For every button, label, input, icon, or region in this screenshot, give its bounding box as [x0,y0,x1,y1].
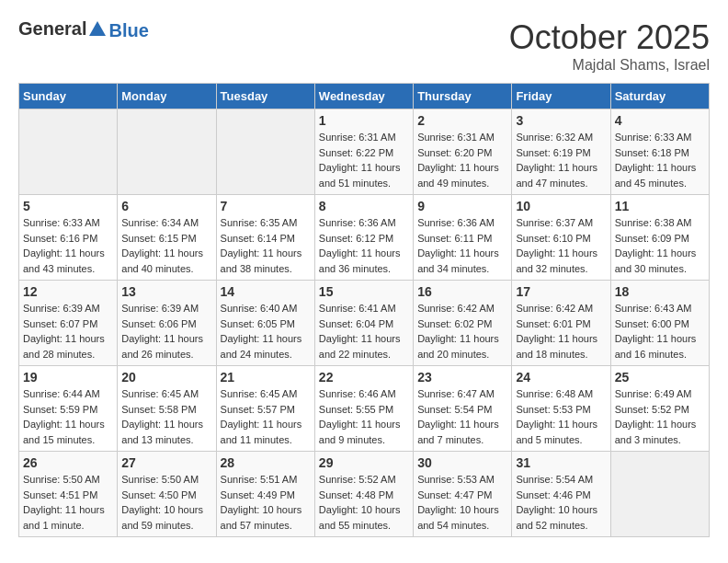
day-number: 6 [121,199,211,213]
logo-text-general: General [18,18,86,39]
day-number: 4 [615,113,705,128]
day-info: Sunrise: 6:46 AM Sunset: 5:55 PM Dayligh… [319,386,409,447]
day-info: Sunrise: 6:35 AM Sunset: 6:14 PM Dayligh… [221,215,311,276]
day-number: 1 [319,113,409,128]
page-header: General Blue October 2025 Majdal Shams, … [18,18,710,74]
day-info: Sunrise: 6:34 AM Sunset: 6:15 PM Dayligh… [121,215,211,276]
day-number: 16 [417,284,507,299]
day-of-week-header: Friday [512,84,610,109]
calendar-cell: 6Sunrise: 6:34 AM Sunset: 6:15 PM Daylig… [118,195,216,281]
location-title: Majdal Shams, Israel [509,57,710,74]
day-info: Sunrise: 6:42 AM Sunset: 6:01 PM Dayligh… [516,301,606,362]
day-info: Sunrise: 6:33 AM Sunset: 6:18 PM Dayligh… [615,130,705,190]
day-number: 27 [121,455,211,470]
day-number: 15 [319,284,409,299]
day-info: Sunrise: 6:45 AM Sunset: 5:57 PM Dayligh… [221,386,311,447]
day-number: 31 [516,455,606,470]
day-number: 12 [23,284,113,299]
day-info: Sunrise: 6:45 AM Sunset: 5:58 PM Dayligh… [121,386,211,447]
day-info: Sunrise: 6:32 AM Sunset: 6:19 PM Dayligh… [516,130,606,190]
day-info: Sunrise: 5:54 AM Sunset: 4:46 PM Dayligh… [516,472,606,533]
calendar-cell: 8Sunrise: 6:36 AM Sunset: 6:12 PM Daylig… [314,195,413,281]
day-info: Sunrise: 6:39 AM Sunset: 6:06 PM Dayligh… [121,301,211,362]
logo-general-text: General [18,18,108,43]
day-number: 5 [23,199,113,213]
calendar-cell: 10Sunrise: 6:37 AM Sunset: 6:10 PM Dayli… [512,195,610,281]
calendar-cell: 20Sunrise: 6:45 AM Sunset: 5:58 PM Dayli… [118,366,216,452]
svg-marker-0 [89,21,106,36]
day-of-week-header: Wednesday [314,84,413,109]
day-number: 28 [221,455,311,470]
day-of-week-header: Thursday [414,84,512,109]
day-info: Sunrise: 5:52 AM Sunset: 4:48 PM Dayligh… [319,472,409,533]
day-info: Sunrise: 6:39 AM Sunset: 6:07 PM Dayligh… [23,301,113,362]
calendar-cell: 31Sunrise: 5:54 AM Sunset: 4:46 PM Dayli… [512,452,610,537]
day-number: 3 [516,113,606,128]
logo-blue-text: Blue [108,20,148,41]
day-number: 18 [615,284,705,299]
day-number: 14 [221,284,311,299]
calendar-cell: 11Sunrise: 6:38 AM Sunset: 6:09 PM Dayli… [610,195,709,281]
day-info: Sunrise: 6:38 AM Sunset: 6:09 PM Dayligh… [615,215,705,276]
title-block: October 2025 Majdal Shams, Israel [509,18,710,74]
logo-icon [87,19,108,43]
day-number: 22 [319,370,409,385]
day-info: Sunrise: 6:40 AM Sunset: 6:05 PM Dayligh… [221,301,311,362]
calendar-cell: 17Sunrise: 6:42 AM Sunset: 6:01 PM Dayli… [512,281,610,366]
day-number: 23 [417,370,507,385]
day-info: Sunrise: 6:33 AM Sunset: 6:16 PM Dayligh… [23,215,113,276]
calendar-cell: 12Sunrise: 6:39 AM Sunset: 6:07 PM Dayli… [19,281,118,366]
day-info: Sunrise: 6:44 AM Sunset: 5:59 PM Dayligh… [23,386,113,447]
day-info: Sunrise: 6:31 AM Sunset: 6:20 PM Dayligh… [417,130,507,190]
calendar-cell: 7Sunrise: 6:35 AM Sunset: 6:14 PM Daylig… [216,195,314,281]
calendar-cell: 24Sunrise: 6:48 AM Sunset: 5:53 PM Dayli… [512,366,610,452]
day-number: 24 [516,370,606,385]
calendar-cell: 30Sunrise: 5:53 AM Sunset: 4:47 PM Dayli… [414,452,512,537]
day-number: 17 [516,284,606,299]
day-info: Sunrise: 6:41 AM Sunset: 6:04 PM Dayligh… [319,301,409,362]
day-info: Sunrise: 6:47 AM Sunset: 5:54 PM Dayligh… [417,386,507,447]
day-info: Sunrise: 6:37 AM Sunset: 6:10 PM Dayligh… [516,215,606,276]
day-of-week-header: Tuesday [216,84,314,109]
day-info: Sunrise: 6:36 AM Sunset: 6:11 PM Dayligh… [417,215,507,276]
calendar-cell [610,452,709,537]
logo: General Blue [18,18,149,43]
calendar-cell: 26Sunrise: 5:50 AM Sunset: 4:51 PM Dayli… [19,452,118,537]
calendar-cell: 3Sunrise: 6:32 AM Sunset: 6:19 PM Daylig… [512,109,610,195]
calendar-cell: 15Sunrise: 6:41 AM Sunset: 6:04 PM Dayli… [314,281,413,366]
day-number: 11 [615,199,705,213]
calendar-cell: 5Sunrise: 6:33 AM Sunset: 6:16 PM Daylig… [19,195,118,281]
calendar-cell: 18Sunrise: 6:43 AM Sunset: 6:00 PM Dayli… [610,281,709,366]
calendar-table: SundayMondayTuesdayWednesdayThursdayFrid… [18,83,710,537]
calendar-cell: 21Sunrise: 6:45 AM Sunset: 5:57 PM Dayli… [216,366,314,452]
calendar-cell: 22Sunrise: 6:46 AM Sunset: 5:55 PM Dayli… [314,366,413,452]
day-number: 26 [23,455,113,470]
calendar-cell: 1Sunrise: 6:31 AM Sunset: 6:22 PM Daylig… [314,109,413,195]
day-number: 8 [319,199,409,213]
day-info: Sunrise: 6:43 AM Sunset: 6:00 PM Dayligh… [615,301,705,362]
day-info: Sunrise: 5:53 AM Sunset: 4:47 PM Dayligh… [417,472,507,533]
day-number: 7 [221,199,311,213]
day-info: Sunrise: 5:50 AM Sunset: 4:50 PM Dayligh… [121,472,211,533]
day-number: 21 [221,370,311,385]
month-title: October 2025 [509,18,710,57]
calendar-cell [216,109,314,195]
calendar-cell: 16Sunrise: 6:42 AM Sunset: 6:02 PM Dayli… [414,281,512,366]
day-info: Sunrise: 6:48 AM Sunset: 5:53 PM Dayligh… [516,386,606,447]
day-info: Sunrise: 6:31 AM Sunset: 6:22 PM Dayligh… [319,130,409,190]
day-of-week-header: Monday [118,84,216,109]
day-info: Sunrise: 5:51 AM Sunset: 4:49 PM Dayligh… [221,472,311,533]
day-number: 10 [516,199,606,213]
day-number: 25 [615,370,705,385]
day-number: 20 [121,370,211,385]
calendar-cell: 14Sunrise: 6:40 AM Sunset: 6:05 PM Dayli… [216,281,314,366]
calendar-cell: 29Sunrise: 5:52 AM Sunset: 4:48 PM Dayli… [314,452,413,537]
calendar-cell: 13Sunrise: 6:39 AM Sunset: 6:06 PM Dayli… [118,281,216,366]
calendar-cell: 2Sunrise: 6:31 AM Sunset: 6:20 PM Daylig… [414,109,512,195]
day-info: Sunrise: 6:49 AM Sunset: 5:52 PM Dayligh… [615,386,705,447]
day-info: Sunrise: 6:42 AM Sunset: 6:02 PM Dayligh… [417,301,507,362]
day-of-week-header: Sunday [19,84,118,109]
calendar-cell: 23Sunrise: 6:47 AM Sunset: 5:54 PM Dayli… [414,366,512,452]
calendar-cell [19,109,118,195]
calendar-cell: 27Sunrise: 5:50 AM Sunset: 4:50 PM Dayli… [118,452,216,537]
